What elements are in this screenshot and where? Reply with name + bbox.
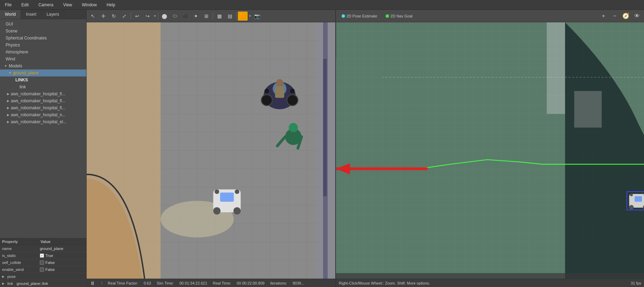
svg-rect-34 <box>574 91 602 128</box>
tool-light[interactable]: ✦ <box>191 12 201 21</box>
main-content: World Insert Layers GUI Scene Spherical … <box>0 10 644 287</box>
props-row-pose[interactable]: ▶ pose <box>0 273 86 280</box>
tree-label-scene: Scene <box>6 29 17 34</box>
tree-label-physics: Physics <box>6 43 20 47</box>
rviz-map[interactable] <box>336 22 644 279</box>
toolbar-sep-2 <box>158 13 158 20</box>
enable-wind-text: False <box>45 267 55 272</box>
svg-rect-32 <box>336 22 336 59</box>
tree-label-gui: GUI <box>6 22 13 27</box>
tab-layers[interactable]: Layers <box>42 10 64 19</box>
rviz-pose-estimate-btn[interactable]: 2D Pose Estimate <box>339 13 380 19</box>
left-panel: World Insert Layers GUI Scene Spherical … <box>0 10 87 287</box>
tool-sphere[interactable]: ⬤ <box>160 12 169 21</box>
menu-help[interactable]: Help <box>104 2 117 8</box>
realtime-value: 00 00:22:00.809 <box>237 281 265 285</box>
props-key-enable-wind: enable_wind <box>0 267 38 272</box>
rviz-nav-goal-btn[interactable]: 2D Nav Goal <box>383 13 415 19</box>
tree-item-physics[interactable]: Physics <box>0 42 86 49</box>
svg-rect-17 <box>275 87 284 98</box>
menu-camera[interactable]: Camera <box>36 2 56 8</box>
iterations-label: Iterations: <box>270 281 287 285</box>
rviz-zoom-out-btn[interactable]: − <box>610 12 619 20</box>
tree-item-aws-5[interactable]: ▶ aws_robomaker_hospital_el... <box>0 118 86 125</box>
props-value-self-collide[interactable]: False <box>38 260 86 265</box>
rtf-label: Real Time Factor: <box>108 281 138 285</box>
self-collide-checkbox[interactable] <box>40 260 44 265</box>
tree-item-links[interactable]: LINKS <box>0 76 86 83</box>
svg-rect-51 <box>336 273 644 279</box>
tree-item-scene[interactable]: Scene <box>0 28 86 35</box>
tree-label-ground-plane: ground_plane <box>13 71 38 75</box>
enable-wind-checkbox[interactable] <box>40 267 44 272</box>
rviz-map-svg <box>336 22 644 279</box>
tree-panel: GUI Scene Spherical Coordinates Physics … <box>0 19 86 238</box>
rviz-compass-btn[interactable]: 🧭 <box>622 12 630 20</box>
svg-point-19 <box>289 123 298 132</box>
tree-item-wind[interactable]: Wind <box>0 56 86 62</box>
iterations-value: 9039... <box>293 281 305 285</box>
menu-view[interactable]: View <box>61 2 74 8</box>
simtime-value: 00 01:34:22.621 <box>180 281 207 285</box>
link-arrow-icon: ▶ <box>2 282 5 285</box>
menu-file[interactable]: File <box>3 2 14 8</box>
tool-cursor[interactable]: ↖ <box>88 12 98 21</box>
tree-item-aws-3[interactable]: ▶ aws_robomaker_hospital_fl... <box>0 104 86 111</box>
tree-item-ground-plane[interactable]: ▼ ground_plane <box>0 69 86 76</box>
props-row-self-collide: self_collide False <box>0 259 86 266</box>
tree-item-atmosphere[interactable]: Atmosphere <box>0 49 86 56</box>
pose-estimate-label: 2D Pose Estimate <box>346 14 377 18</box>
props-value-enable-wind[interactable]: False <box>38 267 86 272</box>
tool-mesh[interactable]: ⊞ <box>202 12 211 21</box>
tree-label-aws-4: aws_robomaker_hospital_n... <box>11 112 66 117</box>
props-row-enable-wind: enable_wind False <box>0 266 86 273</box>
tab-insert[interactable]: Insert <box>21 10 42 19</box>
props-key-name: name <box>0 246 38 251</box>
tree-item-gui[interactable]: GUI <box>0 21 86 28</box>
tool-scale[interactable]: ⤢ <box>119 12 129 21</box>
tree-item-aws-2[interactable]: ▶ aws_robomaker_hospital_fl... <box>0 97 86 104</box>
rviz-zoom-in-btn[interactable]: + <box>599 12 608 20</box>
tree-arrow-aws-4: ▶ <box>7 113 9 117</box>
tree-item-models[interactable]: ▼ Models <box>0 62 86 69</box>
3d-viewport[interactable] <box>87 22 335 279</box>
tool-model2[interactable]: ▤ <box>225 12 235 21</box>
tree-label-models: Models <box>9 64 22 68</box>
svg-point-41 <box>629 205 634 209</box>
tree-item-aws-4[interactable]: ▶ aws_robomaker_hospital_n... <box>0 111 86 118</box>
tab-world[interactable]: World <box>0 10 21 19</box>
props-row-link[interactable]: ▶ link ground_plane::link <box>0 280 86 287</box>
tree-arrow-aws-1: ▶ <box>7 92 9 96</box>
properties-header: Property Value <box>0 238 86 245</box>
props-value-is-static[interactable]: ✓ True <box>38 253 86 258</box>
menu-edit[interactable]: Edit <box>19 2 31 8</box>
is-static-checkbox[interactable]: ✓ <box>40 253 44 258</box>
tool-model1[interactable]: ▦ <box>214 12 224 21</box>
tool-cylinder[interactable]: ⬭ <box>170 12 180 21</box>
tool-record[interactable]: 🟧 <box>238 12 248 21</box>
menu-window[interactable]: Window <box>80 2 99 8</box>
tree-label-aws-1: aws_robomaker_hospital_fl... <box>11 91 65 96</box>
tool-screenshot[interactable]: 📷 <box>252 12 262 21</box>
tool-undo[interactable]: ↩ <box>132 12 142 21</box>
rviz-toolbar: 2D Pose Estimate 2D Nav Goal + − 🧭 👁 <box>336 10 644 22</box>
tree-item-aws-1[interactable]: ▶ aws_robomaker_hospital_fl... <box>0 90 86 97</box>
rviz-camera-btn[interactable]: 👁 <box>633 12 641 20</box>
nav-goal-label: 2D Nav Goal <box>390 14 412 18</box>
tree-arrow-aws-5: ▶ <box>7 120 9 124</box>
is-static-text: True <box>45 253 53 258</box>
rviz-panel: 2D Pose Estimate 2D Nav Goal + − 🧭 👁 <box>335 10 644 287</box>
tool-translate[interactable]: ✛ <box>98 12 108 21</box>
rviz-hint: Right-Click/Mouse Wheel:: Zoom. Shift: M… <box>339 281 430 285</box>
toolbar-sep-4 <box>236 13 236 20</box>
tree-label-link: link <box>20 84 26 89</box>
tool-rotate[interactable]: ↻ <box>109 12 119 21</box>
svg-point-12 <box>287 95 298 105</box>
tree-item-spherical[interactable]: Spherical Coordinates <box>0 35 86 42</box>
tool-redo[interactable]: ↪ <box>143 12 153 21</box>
tree-item-link[interactable]: link <box>0 83 86 90</box>
sim-pause-button[interactable]: ⏸ <box>89 280 96 286</box>
simtime-label: Sim Time: <box>157 281 174 285</box>
tool-box[interactable]: ⬛ <box>181 12 190 21</box>
props-label-pose: ▶ pose <box>0 274 18 279</box>
